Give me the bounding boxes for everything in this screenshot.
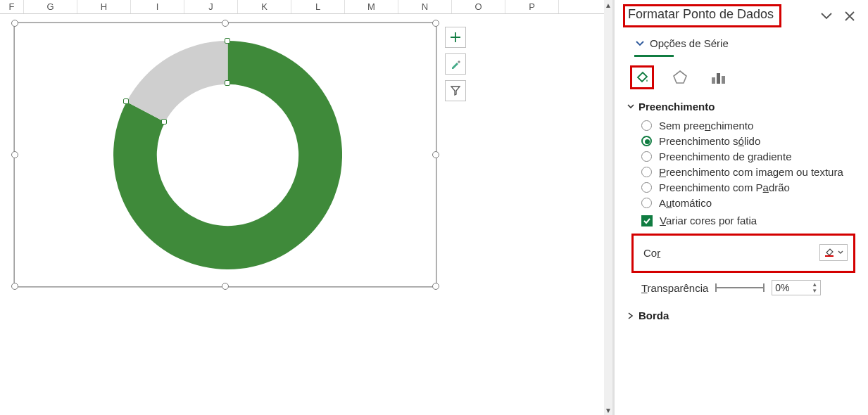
- resize-handle[interactable]: [432, 20, 439, 27]
- color-picker-button[interactable]: [819, 244, 848, 261]
- col-header[interactable]: N: [398, 0, 452, 13]
- transparency-value: 0%: [775, 282, 789, 293]
- datapoint-handle[interactable]: [123, 98, 129, 104]
- fill-picture-radio[interactable]: Preenchimento com imagem ou textura: [641, 166, 855, 178]
- datapoint-handle[interactable]: [225, 80, 230, 86]
- chevron-right-icon: [627, 312, 634, 319]
- scroll-up[interactable]: ▲: [604, 0, 612, 10]
- fill-none-radio[interactable]: Sem preenchimento: [641, 120, 855, 132]
- vary-colors-checkbox[interactable]: Variar cores por fatia: [641, 215, 855, 226]
- datapoint-handle[interactable]: [161, 119, 167, 124]
- chart-filters-button[interactable]: [445, 80, 466, 101]
- series-options-dropdown[interactable]: Opções de Série: [636, 37, 855, 49]
- col-header[interactable]: L: [291, 0, 345, 13]
- fill-section-toggle[interactable]: Preenchimento: [627, 101, 855, 113]
- plus-icon: [450, 32, 461, 43]
- pentagon-icon: [672, 69, 688, 86]
- resize-handle[interactable]: [222, 283, 229, 290]
- transparency-slider[interactable]: [715, 287, 765, 288]
- col-header[interactable]: F: [0, 0, 24, 13]
- radio-icon: [641, 182, 652, 193]
- fill-solid-label: Preenchimento sólido: [659, 135, 760, 147]
- chevron-down-icon: [838, 250, 843, 255]
- chart-elements-button[interactable]: [445, 27, 466, 48]
- brush-icon: [450, 58, 461, 70]
- col-header[interactable]: O: [452, 0, 505, 13]
- fill-pattern-label: Preenchimento com Padrão: [659, 181, 790, 193]
- pane-title: Formatar Ponto de Dados: [623, 4, 781, 27]
- resize-handle[interactable]: [11, 20, 18, 27]
- spin-down[interactable]: ▼: [810, 288, 819, 294]
- paint-bucket-icon: [634, 69, 650, 86]
- series-options-tab[interactable]: [706, 65, 730, 89]
- radio-icon: [641, 167, 652, 177]
- datapoint-handle[interactable]: [225, 38, 230, 44]
- transparency-label: Transparência: [641, 282, 708, 294]
- spin-up[interactable]: ▲: [810, 281, 819, 288]
- color-label: Cor: [643, 247, 660, 259]
- color-field-group: Cor: [631, 234, 855, 273]
- fill-and-line-tab[interactable]: [630, 65, 654, 89]
- svg-rect-2: [722, 76, 725, 84]
- col-header[interactable]: P: [505, 0, 559, 13]
- scroll-down[interactable]: ▼: [604, 405, 612, 415]
- col-header[interactable]: J: [184, 0, 238, 13]
- close-pane-icon[interactable]: [844, 11, 855, 22]
- svg-rect-0: [712, 77, 715, 84]
- fill-none-label: Sem preenchimento: [659, 120, 753, 132]
- resize-handle[interactable]: [11, 151, 18, 158]
- svg-rect-3: [825, 255, 834, 257]
- vertical-scrollbar[interactable]: ▲ ▼: [604, 0, 612, 415]
- col-header[interactable]: I: [131, 0, 184, 13]
- radio-icon: [641, 136, 652, 146]
- border-section-toggle[interactable]: Borda: [627, 309, 855, 321]
- col-header[interactable]: H: [77, 0, 131, 13]
- fill-picture-label: Preenchimento com imagem ou textura: [659, 166, 843, 178]
- fill-gradient-radio[interactable]: Preenchimento de gradiente: [641, 151, 855, 162]
- fill-color-icon: [824, 247, 835, 258]
- collapse-pane-icon[interactable]: [820, 10, 833, 23]
- vary-colors-label: Variar cores por fatia: [660, 215, 757, 226]
- fill-automatic-label: Automático: [659, 197, 712, 209]
- resize-handle[interactable]: [222, 20, 229, 27]
- column-headers: F G H I J K L M N O P: [0, 0, 612, 14]
- chevron-down-icon: [627, 103, 634, 110]
- format-data-point-pane: Formatar Ponto de Dados Opções de Série: [615, 0, 868, 415]
- col-header[interactable]: M: [345, 0, 398, 13]
- fill-solid-radio[interactable]: Preenchimento sólido: [641, 135, 855, 147]
- fill-pattern-radio[interactable]: Preenchimento com Padrão: [641, 181, 855, 193]
- series-options-label: Opções de Série: [650, 37, 729, 49]
- col-header[interactable]: K: [238, 0, 291, 13]
- svg-rect-1: [717, 73, 720, 84]
- doughnut-chart[interactable]: [113, 41, 342, 269]
- resize-handle[interactable]: [432, 151, 439, 158]
- worksheet-area[interactable]: [0, 14, 612, 415]
- radio-icon: [641, 120, 652, 131]
- checkbox-icon: [641, 215, 653, 226]
- transparency-input[interactable]: 0% ▲ ▼: [772, 280, 821, 295]
- chart-object[interactable]: [14, 23, 436, 287]
- effects-tab[interactable]: [668, 65, 692, 89]
- col-header[interactable]: G: [24, 0, 77, 13]
- fill-gradient-label: Preenchimento de gradiente: [659, 151, 791, 162]
- chevron-down-icon: [636, 39, 644, 48]
- fill-automatic-radio[interactable]: Automático: [641, 197, 855, 209]
- radio-icon: [641, 151, 652, 162]
- resize-handle[interactable]: [432, 283, 439, 290]
- fill-section-label: Preenchimento: [639, 101, 715, 113]
- bar-chart-icon: [710, 69, 727, 86]
- radio-icon: [641, 198, 652, 208]
- border-section-label: Borda: [639, 309, 669, 321]
- resize-handle[interactable]: [11, 283, 18, 290]
- accent-underline: [634, 55, 674, 57]
- chart-styles-button[interactable]: [445, 53, 466, 75]
- funnel-icon: [450, 85, 461, 96]
